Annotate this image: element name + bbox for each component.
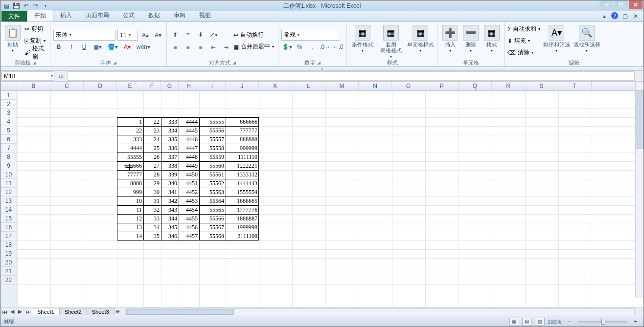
row-header-1[interactable]: 1 <box>0 91 17 100</box>
border-button[interactable]: ▦▾ <box>92 42 104 52</box>
page-layout-view-button[interactable]: ▤ <box>522 318 532 326</box>
col-header-I[interactable]: I <box>199 82 226 90</box>
name-box[interactable]: M18▾ <box>1 71 54 81</box>
row-header-11[interactable]: 11 <box>0 179 17 188</box>
align-middle-button[interactable]: ≡ <box>183 29 193 40</box>
page-break-view-button[interactable]: ▥ <box>535 318 545 326</box>
format-painter-button[interactable]: 🖌格式刷 <box>24 47 47 58</box>
font-color-button[interactable]: A▾ <box>122 42 133 52</box>
fill-button[interactable]: ⬇填充▾ <box>507 36 540 46</box>
hscroll-thumb[interactable] <box>126 309 234 315</box>
sheet-nav-next[interactable]: ▶ <box>16 308 24 315</box>
col-header-C[interactable]: C <box>50 82 84 90</box>
row-header-4[interactable]: 4 <box>0 117 17 126</box>
row-header-12[interactable]: 12 <box>0 188 17 196</box>
merge-center-button[interactable]: ▦合并后居中▾ <box>233 42 274 52</box>
row-header-8[interactable]: 8 <box>0 153 17 161</box>
align-right-button[interactable]: ≡ <box>195 42 206 53</box>
tab-插入[interactable]: 插入 <box>53 10 79 22</box>
tab-公式[interactable]: 公式 <box>116 10 141 22</box>
zoom-slider[interactable] <box>578 321 627 323</box>
window-options-icon[interactable]: ▢ <box>621 12 629 20</box>
col-header-E[interactable]: E <box>117 82 143 90</box>
sheet-tab-Sheet2[interactable]: Sheet2 <box>59 308 87 315</box>
save-icon[interactable]: 💾 <box>12 2 20 10</box>
increase-indent-button[interactable]: ⇥ <box>221 42 231 53</box>
font-name-combo[interactable]: 宋体▾ <box>53 30 115 41</box>
sheet-tab-Sheet1[interactable]: Sheet1 <box>32 308 60 315</box>
undo-icon[interactable]: ↶ <box>22 2 30 10</box>
col-header-G[interactable]: G <box>161 82 179 90</box>
comma-button[interactable]: , <box>307 42 318 52</box>
new-sheet-button[interactable]: ⊕ <box>114 308 122 315</box>
percent-button[interactable]: % <box>294 42 305 52</box>
number-format-combo[interactable]: 常规▾ <box>281 30 340 41</box>
col-header-B[interactable]: B <box>17 82 50 90</box>
row-header-14[interactable]: 14 <box>0 205 17 214</box>
tab-审阅[interactable]: 审阅 <box>167 10 192 22</box>
tab-页面布局[interactable]: 页面布局 <box>79 10 116 22</box>
col-header-P[interactable]: P <box>425 82 459 90</box>
row-header-18[interactable]: 18 <box>0 240 17 249</box>
col-header-N[interactable]: N <box>359 82 392 90</box>
help-icon[interactable]: ? <box>611 12 618 19</box>
align-center-button[interactable]: ≡ <box>183 42 193 53</box>
col-header-K[interactable]: K <box>259 82 292 90</box>
decrease-decimal-button[interactable]: ←.0 <box>333 42 344 52</box>
insert-cells-button[interactable]: ➕插入▾ <box>441 23 460 59</box>
increase-font-button[interactable]: A▴ <box>140 30 151 41</box>
sheet-nav-first[interactable]: ⏮ <box>0 309 8 315</box>
row-header-3[interactable]: 3 <box>0 109 17 117</box>
alignment-launcher[interactable]: ◢ <box>232 60 236 65</box>
cut-button[interactable]: ✂剪切 <box>24 24 47 35</box>
cell-styles-button[interactable]: ▦单元格样式▾ <box>406 23 435 59</box>
clear-button[interactable]: ⌫清除▾ <box>507 47 540 58</box>
row-header-5[interactable]: 5 <box>0 126 17 135</box>
fill-color-button[interactable]: 🪣▾ <box>106 42 120 52</box>
maximize-button[interactable]: ◻ <box>614 0 628 9</box>
row-header-19[interactable]: 19 <box>0 249 17 258</box>
wrap-text-button[interactable]: ↩自动换行 <box>233 30 274 41</box>
row-header-7[interactable]: 7 <box>0 144 17 153</box>
row-header-13[interactable]: 13 <box>0 196 17 205</box>
sheet-nav-prev[interactable]: ◀ <box>8 308 16 315</box>
formula-bar[interactable] <box>67 71 635 81</box>
normal-view-button[interactable]: ▦ <box>509 318 519 326</box>
increase-decimal-button[interactable]: .0→ <box>320 42 331 52</box>
clipboard-launcher[interactable]: ◢ <box>33 60 36 65</box>
row-header-6[interactable]: 6 <box>0 135 17 144</box>
zoom-out-button[interactable]: − <box>564 316 575 327</box>
format-as-table-button[interactable]: ▦套用 表格格式▾ <box>377 23 405 59</box>
row-header-17[interactable]: 17 <box>0 232 17 240</box>
tab-数据[interactable]: 数据 <box>141 10 167 22</box>
format-cells-button[interactable]: ▦格式▾ <box>483 23 501 59</box>
underline-button[interactable]: U <box>79 42 90 52</box>
close-button[interactable]: ✕ <box>629 0 643 9</box>
row-header-16[interactable]: 16 <box>0 223 17 232</box>
col-header-J[interactable]: J <box>226 82 259 90</box>
paste-button[interactable]: 📋 粘贴 ▾ <box>3 23 23 59</box>
col-header-T[interactable]: T <box>558 82 592 90</box>
zoom-thumb[interactable] <box>601 319 605 325</box>
col-header-M[interactable]: M <box>325 82 359 90</box>
row-header-15[interactable]: 15 <box>0 214 17 223</box>
excel-icon[interactable]: ▤ <box>2 2 10 10</box>
align-top-button[interactable]: ⬆ <box>170 29 181 40</box>
row-header-20[interactable]: 20 <box>0 258 17 267</box>
col-header-S[interactable]: S <box>525 82 558 90</box>
bold-button[interactable]: B <box>53 42 64 52</box>
font-launcher[interactable]: ◢ <box>113 60 116 65</box>
phonetic-button[interactable]: wén▾ <box>135 42 152 52</box>
autosum-button[interactable]: Σ自动求和▾ <box>507 24 540 35</box>
sheet-tab-Sheet3[interactable]: Sheet3 <box>87 308 115 315</box>
tab-视图[interactable]: 视图 <box>192 10 218 22</box>
decrease-font-button[interactable]: A▾ <box>153 30 163 41</box>
qat-more-icon[interactable]: ▾ <box>42 2 49 10</box>
horizontal-scrollbar[interactable] <box>126 308 635 315</box>
cells-area[interactable]: 1223334444555556666662223334444555556777… <box>17 91 644 307</box>
fx-button[interactable]: fx <box>55 71 67 81</box>
decrease-indent-button[interactable]: ⇤ <box>208 42 219 53</box>
number-launcher[interactable]: ◢ <box>317 60 321 65</box>
font-size-combo[interactable]: 11▾ <box>117 30 138 41</box>
row-header-10[interactable]: 10 <box>0 170 17 179</box>
